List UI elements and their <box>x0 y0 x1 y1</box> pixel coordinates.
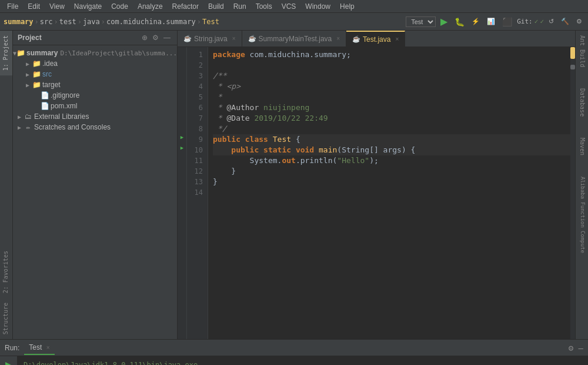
java-icon-test: ☕ <box>352 35 360 43</box>
run-config-select[interactable]: Test <box>406 16 436 27</box>
tab-close-test[interactable]: × <box>395 36 399 42</box>
code-line-11: System.out.println("Hello"); <box>213 155 570 166</box>
left-strip-project[interactable]: 1: Project <box>0 31 12 75</box>
build-btn[interactable]: 🔨 <box>559 16 572 26</box>
undo-button[interactable]: ↺ <box>546 16 556 26</box>
gutter-4 <box>178 79 187 89</box>
scroll-thumb <box>570 65 575 69</box>
tab-string-java[interactable]: ☕ String.java × <box>178 31 242 47</box>
gutter-9: ▶ <box>178 132 187 142</box>
tree-sub-summary: D:\IdeaProject\gitlab\summa... <box>60 49 177 57</box>
bottom-content: ▶ ⬛ ↺ ⬇ ≡ 🔧 D:\develop\Java\jdk1.8.0_111… <box>0 356 588 365</box>
breadcrumb-summary[interactable]: summary <box>4 18 34 26</box>
menu-refactor[interactable]: Refactor <box>168 1 203 12</box>
code-line-5: * <box>213 92 570 102</box>
menu-run[interactable]: Run <box>229 1 251 12</box>
code-editor[interactable]: ▶ ▶ 1 2 3 4 5 6 7 8 9 10 11 12 13 <box>178 47 575 339</box>
menu-navigate[interactable]: Navigate <box>69 1 106 12</box>
breadcrumb-class[interactable]: Test <box>202 18 219 26</box>
menu-view[interactable]: View <box>45 1 69 12</box>
coverage-button[interactable]: ⚡ <box>469 16 482 26</box>
editor-area: ☕ String.java × ☕ SummaryMainTest.java ×… <box>178 31 575 339</box>
tab-close-string[interactable]: × <box>232 35 236 42</box>
project-sidebar: Project ⊕ ⚙ — ▼ 📁 summary D:\IdeaProject… <box>13 31 178 339</box>
gutter-14 <box>178 185 187 195</box>
right-strip-alibaba[interactable]: Alibaba Function Compute <box>576 172 588 258</box>
right-strip: Ant Build Database Maven Alibaba Functio… <box>575 31 588 339</box>
menu-code[interactable]: Code <box>106 1 133 12</box>
debug-button[interactable]: 🐛 <box>452 16 467 28</box>
breadcrumb-src[interactable]: src <box>40 18 53 26</box>
java-icon-string: ☕ <box>183 35 192 42</box>
arrow-idea: ▶ <box>24 61 32 67</box>
tab-test-run[interactable]: Test × <box>24 341 54 355</box>
code-line-8: */ <box>213 124 570 134</box>
git-check-1: ✓ <box>534 18 539 25</box>
menu-file[interactable]: File <box>2 1 23 12</box>
menu-tools[interactable]: Tools <box>251 1 277 12</box>
breadcrumb-java[interactable]: java <box>83 18 100 26</box>
folder-icon-summary: 📁 <box>16 49 25 57</box>
tree-item-idea[interactable]: ▶ 📁 .idea <box>13 58 177 69</box>
tree-item-scratches[interactable]: ▶ ✏️ Scratches and Consoles <box>13 122 177 132</box>
profile-button[interactable]: 📊 <box>485 16 497 26</box>
run-button[interactable]: ▶ <box>438 15 450 28</box>
gutter-6 <box>178 100 187 111</box>
code-content[interactable]: package com.miduchina.summary; /** * <p>… <box>208 47 575 339</box>
left-strip-favorites[interactable]: 2: Favorites <box>0 246 12 298</box>
stop-button[interactable]: ⬛ <box>500 16 514 28</box>
tab-summary-main-test[interactable]: ☕ SummaryMainTest.java × <box>242 31 347 47</box>
code-line-4: * <p> <box>213 81 570 92</box>
tree-item-pom[interactable]: ▶ 📄 pom.xml <box>13 101 177 111</box>
tree-item-target[interactable]: ▶ 📁 target <box>13 79 177 90</box>
tree-label-target: target <box>42 81 61 89</box>
tree-item-src[interactable]: ▶ 📁 src <box>13 69 177 79</box>
bottom-tabs: Run: Test × ⚙ — <box>0 340 588 356</box>
breadcrumb-test[interactable]: test <box>59 18 76 26</box>
tree-item-ext-libs[interactable]: ▶ 🗂 External Libraries <box>13 111 177 122</box>
gutter-13 <box>178 174 187 185</box>
tree-label-idea: .idea <box>42 59 58 68</box>
console-line-1: D:\develop\Java\jdk1.8.0_111\bin\java.ex… <box>24 360 582 365</box>
code-line-3: /** <box>213 71 570 81</box>
code-line-12: } <box>213 166 570 177</box>
code-line-2 <box>213 60 570 71</box>
line-numbers: 1 2 3 4 5 6 7 8 9 10 11 12 13 14 <box>187 47 208 339</box>
sidebar-hide-btn[interactable]: — <box>162 33 172 42</box>
right-strip-database[interactable]: Database <box>576 84 588 121</box>
menu-window[interactable]: Window <box>300 1 335 12</box>
editor-scrollbar[interactable] <box>570 47 575 339</box>
menu-edit[interactable]: Edit <box>23 1 45 12</box>
breadcrumb-package[interactable]: com.miduchina.summary <box>106 18 196 26</box>
right-strip-maven[interactable]: Maven <box>576 133 588 160</box>
java-icon-summary: ☕ <box>248 35 256 42</box>
tab-close-summary[interactable]: × <box>336 35 340 42</box>
tree-item-summary[interactable]: ▼ 📁 summary D:\IdeaProject\gitlab\summa.… <box>13 48 177 58</box>
sidebar-add-btn[interactable]: ⊕ <box>140 33 149 42</box>
settings-btn[interactable]: ⚙ <box>574 16 584 26</box>
menu-vcs[interactable]: VCS <box>277 1 301 12</box>
gutter-2 <box>178 58 187 68</box>
tab-label-string: String.java <box>194 35 228 43</box>
menu-help[interactable]: Help <box>335 1 359 12</box>
arrow-src: ▶ <box>24 71 32 78</box>
breadcrumb: summary › src › test › java › com.miduch… <box>4 18 219 26</box>
menu-build[interactable]: Build <box>203 1 229 12</box>
left-strip-structure[interactable]: Structure <box>0 298 12 339</box>
tree-label-summary: summary <box>26 49 58 57</box>
bottom-settings-btn[interactable]: ⚙ — <box>569 343 583 353</box>
scroll-indicator <box>570 47 575 59</box>
console-run-btn[interactable]: ▶ <box>2 359 15 365</box>
right-strip-ant[interactable]: Ant Build <box>576 31 588 72</box>
file-icon-pom: 📄 <box>40 102 49 110</box>
tab-test-java[interactable]: ☕ Test.java × <box>346 31 405 47</box>
code-line-1: package com.miduchina.summary; <box>213 49 570 60</box>
tree-item-gitignore[interactable]: ▶ 📄 .gitignore <box>13 90 177 101</box>
sidebar-gear-btn[interactable]: ⚙ <box>151 33 161 42</box>
git-check-2: ✓ <box>540 18 544 25</box>
code-line-7: * @Date 2019/10/22 22:49 <box>213 113 570 124</box>
tree-label-src: src <box>42 70 52 78</box>
tab-close-run[interactable]: × <box>46 344 50 351</box>
menu-analyze[interactable]: Analyze <box>133 1 168 12</box>
git-status: Git: ✓ ✓ <box>517 18 544 25</box>
